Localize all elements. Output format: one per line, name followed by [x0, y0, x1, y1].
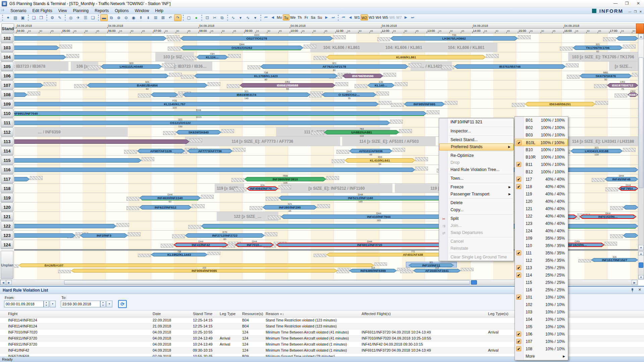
week-nav-prev-button[interactable]: ◀	[347, 14, 354, 20]
stand-row-header-114[interactable]: 114	[1, 146, 13, 155]
column-header-reason[interactable]: Reason ▼1	[266, 312, 284, 316]
day-nav-su[interactable]: Su	[316, 14, 323, 20]
submenu-stand-109[interactable]: 10935% / 35%	[515, 235, 568, 242]
week-nav-first-button[interactable]: ⏮	[340, 14, 347, 20]
submenu-stand-115[interactable]: 11525% / 25%	[515, 279, 568, 286]
submenu-stand-106[interactable]: ✔10610% / 10%	[515, 330, 568, 338]
submenu-stand-122[interactable]: 12240% / 40%	[515, 213, 568, 220]
submenu-stand-112[interactable]: 11235% / 35%	[515, 257, 568, 264]
customize-icon[interactable]: ✎	[56, 14, 63, 21]
submenu-stand-103[interactable]: 10310% / 10%	[515, 308, 568, 316]
stand-row-header-108[interactable]: 108	[1, 90, 13, 99]
column-header-leg-type[interactable]: Leg Type	[220, 312, 235, 316]
context-menu-item-re-optimize[interactable]: Re-Optimize	[439, 152, 514, 159]
menu-reports[interactable]: Reports	[92, 8, 112, 14]
stand-row-header-106[interactable]: 106	[1, 71, 13, 80]
stand-row-header-115[interactable]: 115	[1, 156, 13, 165]
copy-icon[interactable]: ⧉	[218, 14, 226, 21]
wave-dropdown-icon[interactable]: ▾	[237, 14, 244, 21]
stand-row-header-112[interactable]: 112	[1, 127, 13, 136]
cut-icon[interactable]: ✂	[211, 14, 218, 21]
wave-back-icon[interactable]: ∿	[229, 14, 237, 21]
scroll-far-right-arrow[interactable]: ▶	[632, 280, 637, 285]
context-menu-item-split[interactable]: Split✂	[439, 215, 514, 222]
from-datetime-input[interactable]: 00:00 01.09.2018	[4, 301, 44, 307]
menu-help[interactable]: Help	[152, 8, 166, 14]
stand-row-header-102[interactable]: 102	[1, 34, 13, 43]
redo-icon[interactable]: ↷	[174, 14, 181, 21]
submenu-stand-105[interactable]: 10510% / 10%	[515, 323, 568, 330]
context-menu-item-drop[interactable]: Drop	[439, 159, 514, 166]
time-axis-date-row[interactable]: 04.09.201804.09.201804.09.201804.09.2018…	[14, 23, 636, 28]
week-nav-next-button[interactable]: ▶	[402, 14, 409, 20]
from-dropdown[interactable]: ▾	[50, 301, 56, 307]
submenu-stand-104[interactable]: 10410% / 10%	[515, 316, 568, 323]
pin-icon[interactable]	[630, 288, 635, 293]
grid-icon[interactable]: ⊞	[152, 14, 159, 21]
goto-time-up-icon[interactable]: ⇞	[137, 14, 145, 21]
flight-bar[interactable]	[14, 46, 59, 50]
day-nav-tu[interactable]: Tu	[283, 14, 289, 20]
context-menu-item-delete[interactable]: Delete	[439, 199, 514, 206]
time-axis-hour-row[interactable]: 04:0015304505:0015304506:0015304507:0015…	[14, 28, 636, 34]
scroll-down-arrow[interactable]: ▼	[638, 245, 644, 250]
zoom-in-icon[interactable]: ⊕	[115, 14, 122, 21]
day-nav-next-button[interactable]: ▶	[323, 14, 330, 20]
context-menu-item-hard-rule-violation-tree[interactable]: Hard Rule Violation Tree...	[439, 166, 514, 173]
context-menu-item-preferred-stands[interactable]: Preferred Stands▶	[439, 143, 514, 150]
scroll-up-arrow[interactable]: ▲	[638, 34, 644, 39]
flight-bar[interactable]	[14, 139, 190, 144]
day-nav-fr[interactable]: Fr	[303, 14, 310, 20]
day-nav-prev-button[interactable]: ◀	[269, 14, 276, 20]
menu-view[interactable]: View	[55, 8, 70, 14]
flight-bar[interactable]	[14, 74, 169, 78]
from-spinner[interactable]: ▲▼	[44, 301, 49, 307]
submenu-stand-117[interactable]: ✔11740% / 40%	[515, 176, 568, 183]
new-scenario-icon[interactable]: ✦	[4, 14, 12, 21]
mdi-restore-button[interactable]: ❐	[633, 9, 638, 14]
context-menu-item-reinstate[interactable]: Reinstate	[439, 245, 514, 252]
submenu-stand-b01[interactable]: B01100% / 100%	[515, 117, 568, 124]
stand-row-header-111[interactable]: 111	[1, 118, 13, 127]
submenu-stand-119[interactable]: 11940% / 40%	[515, 190, 568, 198]
day-nav-last-button[interactable]: ⏭	[330, 14, 336, 20]
goto-time-down-icon[interactable]: ⇟	[145, 14, 152, 21]
save-icon[interactable]: ▣	[19, 14, 26, 21]
page-setup-icon[interactable]: ⚙	[49, 14, 56, 21]
submenu-stand-124[interactable]: 12440% / 40%	[515, 227, 568, 235]
submenu-stand-102[interactable]: 10210% / 10%	[515, 301, 568, 308]
unplan-vertical-scrollbar[interactable]: ▲ ▼	[638, 251, 644, 280]
flight-bar[interactable]	[623, 233, 638, 238]
context-menu-item-join[interactable]: Join...⇉	[439, 222, 514, 229]
stand-row-header-117[interactable]: 117	[1, 174, 13, 183]
context-menu-item-passenger-transport[interactable]: Passenger Transport▶	[439, 191, 514, 198]
vertical-scroll-thumb[interactable]	[639, 57, 643, 188]
flight-bar[interactable]	[623, 205, 638, 209]
online-status-icon[interactable]: ●	[193, 14, 200, 21]
flight-stack-icon[interactable]: ❏	[89, 14, 97, 21]
stand-row-header-104[interactable]: 104	[1, 52, 13, 61]
day-nav-mo[interactable]: Mo	[276, 14, 283, 20]
context-menu-item-tows[interactable]: Tows...	[439, 175, 514, 182]
submenu-stand-116[interactable]: 11625% / 25%	[515, 286, 568, 294]
menu-edit-flights[interactable]: Edit Flights	[29, 8, 55, 14]
column-header-leg-type-s[interactable]: Leg Type(s)	[488, 312, 508, 316]
vertical-scrollbar[interactable]: ▲ ▼	[638, 34, 644, 251]
week-nav-last-button[interactable]: ⏭	[409, 14, 416, 20]
stand-row-header-105[interactable]: 105	[1, 62, 13, 71]
submenu-more[interactable]: More▶	[515, 353, 568, 360]
stand-row-header-123[interactable]: 123	[1, 231, 13, 240]
scroll-left-arrow[interactable]: ◀	[0, 280, 6, 285]
context-menu-item-clear-single-leg-ground-time[interactable]: Clear Single Leg Ground Time	[439, 254, 514, 261]
unplan-scroll-thumb[interactable]	[639, 262, 643, 268]
zoom-out-icon[interactable]: ⊖	[122, 14, 130, 21]
day-nav-first-button[interactable]: ⏮	[263, 14, 269, 20]
week-nav-w4[interactable]: W4	[375, 14, 382, 20]
scroll-mini-thumb[interactable]	[471, 280, 477, 285]
flight-bar[interactable]	[151, 93, 178, 97]
flight-bar[interactable]	[14, 233, 75, 238]
stand-row-header-110[interactable]: 110	[1, 109, 13, 118]
submenu-stand-107[interactable]: ✔10710% / 10%	[515, 338, 568, 345]
minimize-button[interactable]: —	[610, 0, 621, 7]
submenu-stand-111[interactable]: ✔11135% / 35%	[515, 249, 568, 257]
